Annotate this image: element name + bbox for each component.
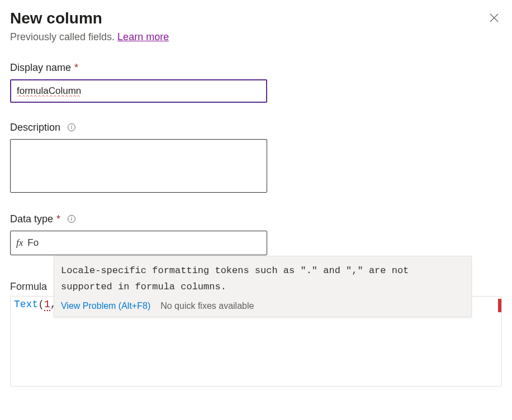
description-input[interactable]: [10, 139, 267, 193]
info-icon[interactable]: i: [67, 214, 76, 223]
panel-title: New column: [10, 9, 102, 28]
svg-text:i: i: [71, 124, 73, 130]
panel-subtitle: Previously called fields. Learn more: [10, 31, 502, 43]
description-label: Description i: [10, 122, 502, 133]
close-icon[interactable]: [489, 12, 500, 23]
required-indicator: *: [74, 62, 78, 74]
data-type-value: Fo: [27, 237, 39, 249]
error-message: Locale-specific formatting tokens such a…: [61, 263, 463, 295]
view-problem-link[interactable]: View Problem (Alt+F8): [61, 301, 150, 311]
display-name-label: Display name *: [10, 62, 502, 74]
data-type-select[interactable]: fx Fo: [10, 231, 267, 255]
info-icon[interactable]: i: [67, 123, 76, 132]
display-name-input[interactable]: [10, 79, 267, 103]
error-tooltip: Locale-specific formatting tokens such a…: [54, 256, 472, 317]
required-indicator: *: [56, 213, 60, 225]
fx-icon: fx: [16, 237, 23, 249]
learn-more-link[interactable]: Learn more: [117, 31, 169, 42]
no-fixes-text: No quick fixes available: [160, 301, 254, 311]
svg-text:i: i: [71, 216, 73, 222]
data-type-label: Data type * i: [10, 213, 502, 225]
error-indicator[interactable]: [498, 299, 501, 312]
